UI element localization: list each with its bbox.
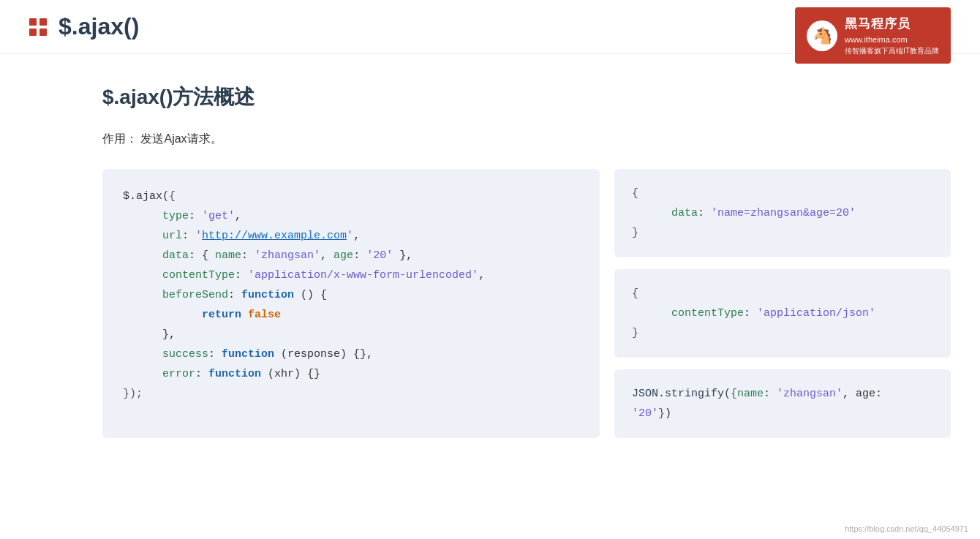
snippet-bottom-line-1: JSON.stringify({name: 'zhangsan', age: [632,384,933,404]
main-content: $.ajax()方法概述 作用： 发送Ajax请求。 $.ajax({ type… [0,54,980,453]
code-block-left: $.ajax({ type: 'get', url: 'http://www.e… [102,169,600,438]
dot-2 [39,18,47,26]
code-line-1: $.ajax({ [123,186,579,206]
logo-text: 黑马程序员 www.itheima.com 传智播客旗下高端IT教育品牌 [845,15,939,56]
code-line-5: contentType: 'application/x-www-form-url… [123,265,579,285]
code-line-2: type: 'get', [123,206,579,226]
logo-website: www.itheima.com [845,34,939,46]
description: 作用： 发送Ajax请求。 [102,132,951,147]
snippet-top-line-2: data: 'name=zhangsan&age=20' [632,203,933,223]
footer-url: https://blog.csdn.net/qq_44054971 [845,524,968,533]
logo-slogan: 传智播客旗下高端IT教育品牌 [845,45,939,56]
code-line-10: error: function (xhr) {} [123,364,579,384]
logo-horse-icon: 🐴 [807,20,837,51]
code-line-6: beforeSend: function () { [123,285,579,305]
snippet-mid-line-3: } [632,323,933,343]
code-snippet-top: { data: 'name=zhangsan&age=20' } [614,169,951,257]
logo-brand: 黑马程序员 [845,15,939,34]
header: $.ajax() 🐴 黑马程序员 www.itheima.com 传智播客旗下高… [0,0,980,54]
snippet-mid-line-1: { [632,284,933,304]
page-title: $.ajax() [59,13,139,40]
dot-3 [29,29,37,36]
snippet-bottom-line-2: '20'}) [632,404,933,423]
description-text: 发送Ajax请求。 [140,132,222,145]
code-line-11: }); [123,384,579,404]
code-line-3: url: 'http://www.example.com', [123,226,579,246]
logo-area: 🐴 黑马程序员 www.itheima.com 传智播客旗下高端IT教育品牌 [795,7,951,64]
description-label: 作用： [102,132,137,145]
header-icon [29,18,47,36]
code-line-7: return false [123,305,579,325]
code-snippet-bottom: JSON.stringify({name: 'zhangsan', age: '… [614,369,951,438]
code-snippet-mid: { contentType: 'application/json' } [614,269,951,358]
code-line-9: success: function (response) {}, [123,344,579,364]
dot-1 [29,18,37,26]
code-line-4: data: { name: 'zhangsan', age: '20' }, [123,246,579,265]
snippet-mid-line-2: contentType: 'application/json' [632,304,933,323]
code-line-8: }, [123,325,579,344]
code-area: $.ajax({ type: 'get', url: 'http://www.e… [102,169,951,438]
code-block-right: { data: 'name=zhangsan&age=20' } { conte… [614,169,951,438]
snippet-top-line-1: { [632,184,933,203]
dot-4 [39,29,47,36]
snippet-top-line-3: } [632,223,933,243]
section-title: $.ajax()方法概述 [102,83,951,111]
